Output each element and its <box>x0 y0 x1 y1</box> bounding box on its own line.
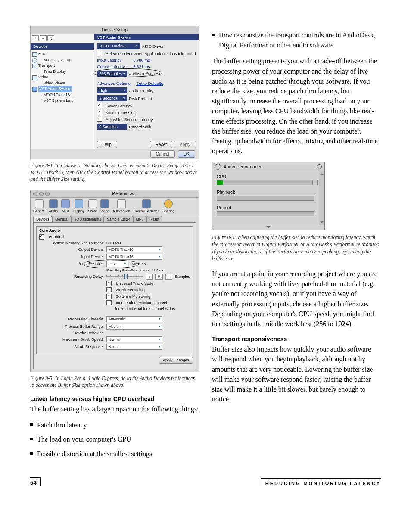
swmon-checkbox[interactable] <box>106 294 112 299</box>
fig84-title: Device Setup <box>31 26 199 34</box>
release-driver-checkbox[interactable] <box>97 51 102 56</box>
tab-general[interactable]: General <box>52 216 71 222</box>
figure-8-6-caption: Figure 8-6: When adjusting the buffer si… <box>212 234 381 262</box>
ok-button[interactable]: OK <box>178 150 195 158</box>
tree-motu[interactable]: MOTU Track16 <box>44 93 70 97</box>
tab-reset[interactable]: Reset <box>146 216 162 222</box>
menu-icon[interactable] <box>317 164 322 169</box>
outdev-label: Output Device: <box>39 247 104 252</box>
adjust-record-checkbox[interactable] <box>97 117 102 122</box>
enabled-checkbox[interactable] <box>39 234 44 240</box>
indev-select[interactable]: MOTU Track16▾ <box>106 254 162 260</box>
tree-time-display[interactable]: Time Display <box>44 69 66 74</box>
tb-automation-icon[interactable] <box>117 199 126 208</box>
tb-csurf-icon[interactable] <box>142 199 151 208</box>
tree-transport[interactable]: Transport <box>38 63 55 68</box>
disk-preload-select[interactable]: 2 Seconds▾ <box>97 95 127 101</box>
tree-vst-audio[interactable]: VST Audio System <box>38 86 72 92</box>
mac-min-icon[interactable] <box>39 192 44 196</box>
scroll-up-icon[interactable] <box>320 173 324 175</box>
recdelay-dec[interactable]: ◂ <box>146 274 153 280</box>
playback-meter <box>217 196 314 201</box>
tree-video[interactable]: Video <box>38 75 48 79</box>
gear-icon[interactable] <box>215 164 221 170</box>
fig85-title: Preferences <box>51 191 196 196</box>
asio-driver-select[interactable]: MOTU Track16▾ <box>97 43 140 49</box>
tb-video-icon[interactable] <box>100 199 109 208</box>
tb-video-label: Video <box>100 209 109 213</box>
bullet: Possible distortion at the smallest sett… <box>30 449 199 459</box>
section-lower-latency: Lower latency versus higher CPU overhead <box>30 395 199 402</box>
record-label: Record <box>217 205 314 210</box>
outdev-select[interactable]: MOTU Track16▾ <box>106 246 162 252</box>
mac-zoom-icon[interactable] <box>45 192 50 196</box>
audio-priority-select[interactable]: High▾ <box>97 87 127 93</box>
recdelay-slider[interactable] <box>106 274 143 279</box>
recdelay-label: Recording Delay: <box>39 274 104 279</box>
tree-midi[interactable]: MIDI <box>38 52 47 56</box>
remove-button[interactable]: − <box>40 35 47 41</box>
devices-header: Devices <box>31 43 94 50</box>
utm-checkbox[interactable] <box>106 281 112 286</box>
set-defaults-link[interactable]: Set to Defaults <box>136 81 163 86</box>
add-button[interactable]: + <box>32 35 39 41</box>
record-shift-field[interactable]: 0 Samples <box>97 124 127 130</box>
annotation-ellipse-icon <box>82 260 139 268</box>
tab-sample-editor[interactable]: Sample Editor <box>104 216 133 222</box>
multi-processing-checkbox[interactable] <box>97 110 102 115</box>
bit24-checkbox[interactable] <box>106 287 112 292</box>
cancel-button[interactable]: Cancel <box>150 150 175 158</box>
indep-checkbox[interactable] <box>106 300 112 305</box>
scrub-speed-select[interactable]: Normal▾ <box>106 336 162 342</box>
tb-display-label: Display <box>73 209 84 213</box>
pthreads-select[interactable]: Automatic▾ <box>106 316 162 322</box>
scroll-down-icon[interactable] <box>320 221 324 223</box>
bit24-label: 24-Bit Recording <box>116 288 145 292</box>
lower-latency-checkbox[interactable] <box>97 103 102 108</box>
pbr-select[interactable]: Medium▾ <box>106 324 162 330</box>
reset-button[interactable]: Reset <box>150 141 172 148</box>
tab-mp3[interactable]: MP3 <box>133 216 146 222</box>
bullet: How responsive the transport controls ar… <box>212 30 381 50</box>
bullet: The load on your computer's CPU <box>30 434 199 444</box>
disk-preload-label: Disk Preload <box>129 96 152 101</box>
tb-midi-label: MIDI <box>62 209 69 213</box>
tree-video-player[interactable]: Video Player <box>44 81 65 85</box>
advanced-label: Advanced Options <box>97 81 131 86</box>
apply-changes-button[interactable]: Apply Changes <box>159 357 193 364</box>
output-latency-label: Output Latency: <box>97 64 131 69</box>
tree-syslink[interactable]: VST System Link <box>44 98 73 103</box>
figure-8-5: Preferences General Audio MIDI Display S… <box>30 190 199 372</box>
indep2-label: for Record Enabled Channel Strips <box>115 307 175 311</box>
buffer-size-select[interactable]: 256 Samples▾ <box>97 71 127 77</box>
collapse-icon[interactable] <box>266 226 271 228</box>
tb-audio-icon[interactable] <box>49 199 58 208</box>
sysmem-value: 58.0 MB <box>106 241 121 245</box>
lower-latency-label: Lower Latency <box>106 103 132 108</box>
tab-devices[interactable]: Devices <box>33 216 52 222</box>
tb-midi-icon[interactable] <box>61 199 70 208</box>
recdelay-inc[interactable]: ▸ <box>165 274 172 280</box>
release-driver-label: Release Driver when Application is in Ba… <box>106 51 196 56</box>
tb-display-icon[interactable] <box>75 199 83 208</box>
tb-general-icon[interactable] <box>35 199 44 208</box>
pthreads-label: Processing Threads: <box>39 317 104 321</box>
apply-button[interactable]: Apply <box>174 141 196 148</box>
figure-8-5-caption: Figure 8-5: In Logic Pro or Logic Expres… <box>30 375 199 389</box>
enabled-label: Enabled <box>49 235 64 239</box>
help-button[interactable]: Help <box>97 141 117 148</box>
tb-csurf-label: Control Surfaces <box>134 209 159 213</box>
tb-sharing-icon[interactable] <box>164 199 173 208</box>
tree-midi-port[interactable]: MIDI Port Setup <box>44 58 71 62</box>
scrub-resp-select[interactable]: Normal▾ <box>106 344 162 350</box>
fig86-title: Audio Performance <box>224 164 314 169</box>
tb-score-icon[interactable] <box>88 199 97 208</box>
list-button[interactable]: N <box>47 35 54 41</box>
multi-processing-label: Multi Processing <box>106 110 136 115</box>
adjust-record-label: Adjust for Record Latency <box>106 117 153 122</box>
tab-io[interactable]: I/O Assignments <box>71 216 104 222</box>
input-latency-value: 6.780 ms <box>133 58 150 62</box>
cpu-label: CPU <box>217 174 314 179</box>
mac-close-icon[interactable] <box>33 192 37 196</box>
pbr-label: Process Buffer Range: <box>39 324 104 329</box>
